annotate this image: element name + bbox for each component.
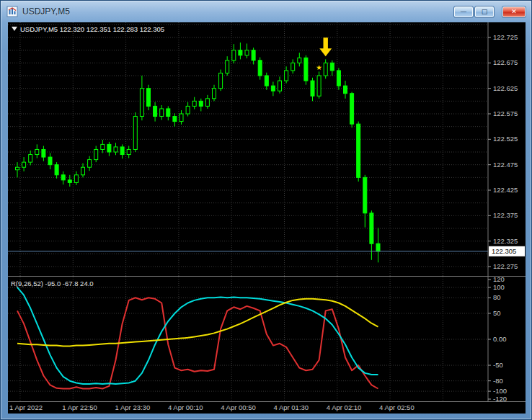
indicator-axis-label: -50 [493,361,503,369]
app-icon [6,6,18,17]
indicator-axis-label: 80 [493,293,501,301]
price-axis-label: 122.475 [493,161,518,169]
price-axis-label: 122.625 [493,84,518,92]
indicator-axis-label: -80 [493,377,503,385]
indicator-axis-label: 120 [493,275,505,283]
time-axis-label: 4 Apr 02:10 [327,403,362,411]
indicator-axis-label: 50 [493,309,501,317]
indicator-info: R(9,26,52) -95.0 -67.8 24.0 [11,280,94,287]
price-axis-label: 122.525 [493,135,518,143]
window-title: USDJPY,M5 [22,6,70,17]
time-axis-label: 4 Apr 01:30 [274,403,309,411]
indicator-axis-label: 100 [493,283,505,291]
window-controls: — □ ✕ [454,6,526,17]
candle [357,122,360,182]
indicator-axis-label: -100 [493,387,507,395]
candle [317,71,321,98]
price-axis-label: 122.675 [493,58,518,66]
price-axis-label: 122.725 [493,33,518,41]
price-axis-label: 122.275 [493,262,518,270]
candle [350,92,354,128]
time-axis-label: 4 Apr 02:50 [379,403,414,411]
chart-client[interactable]: 122.725122.675122.625122.575122.525122.4… [8,22,526,414]
time-axis-label: 1 Apr 22:50 [62,403,97,411]
star-icon: ★ [316,63,322,71]
price-axis-label: 122.325 [493,237,518,245]
indicator-axis-label: 0.00 [493,335,507,343]
time-axis-label: 1 Apr 2022 [9,403,43,411]
candle [219,70,223,91]
titlebar[interactable]: USDJPY,M5 — □ ✕ [1,1,531,22]
candle [147,85,151,110]
price-axis-label: 122.575 [493,110,518,117]
time-axis-label: 4 Apr 00:50 [221,403,256,411]
chart-window: USDJPY,M5 — □ ✕ 122.725122.675122.625122… [0,0,532,420]
indicator-axis-label: -120 [493,395,507,403]
close-button[interactable]: ✕ [502,6,526,17]
price-axis-label: 122.425 [493,186,518,194]
candle [133,112,137,152]
price-axis-label: 122.375 [493,211,518,219]
chart-svg[interactable]: 122.725122.675122.625122.575122.525122.4… [8,22,526,414]
minimize-button[interactable]: — [454,6,473,17]
time-axis-label: 1 Apr 23:30 [115,403,151,411]
time-axis-label: 4 Apr 00:10 [168,403,203,411]
ohlc-info: USDJPY,M5 122.320 122.351 122.283 122.30… [20,25,164,33]
maximize-button[interactable]: □ [475,6,494,17]
current-price-tag-label: 122.305 [492,247,516,255]
candle [304,55,308,85]
